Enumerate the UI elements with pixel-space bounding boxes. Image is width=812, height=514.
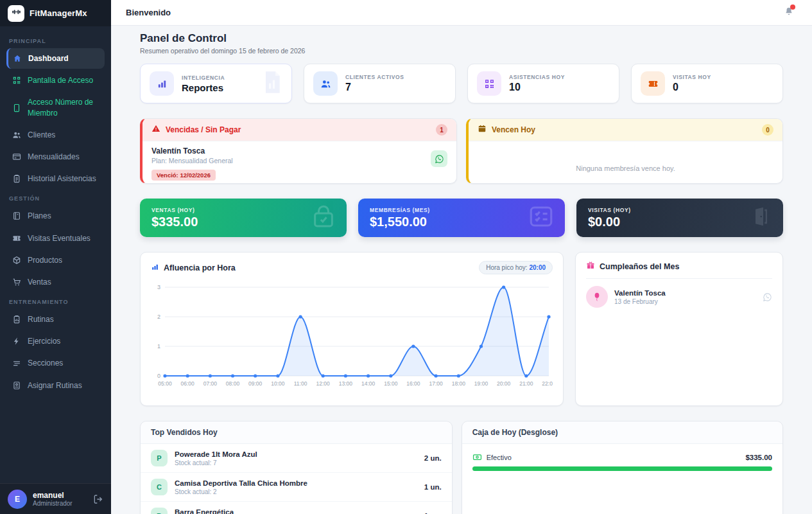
stat-card-clientes-activos[interactable]: CLIENTES ACTIVOS 7 bbox=[304, 64, 456, 103]
expired-date-badge: Venció: 12/02/2026 bbox=[151, 170, 216, 181]
kpi-visitas-hoy[interactable]: VISITAS (HOY) $0.00 bbox=[576, 199, 783, 237]
overdue-member-row: Valentín Tosca Plan: Mensualidad General… bbox=[143, 141, 456, 184]
product-row: B Barra Energética Stock actual: 15 1 un… bbox=[141, 502, 452, 514]
svg-text:15:00: 15:00 bbox=[384, 380, 398, 387]
cart-icon bbox=[12, 278, 21, 287]
product-initial-badge: B bbox=[151, 508, 168, 514]
dumbbell-icon bbox=[12, 7, 21, 19]
home-icon bbox=[13, 54, 22, 63]
notebook-icon bbox=[12, 211, 21, 220]
product-row: C Camisa Deportiva Talla Chica Hombre St… bbox=[141, 473, 452, 502]
birthday-date: 13 de February bbox=[614, 298, 666, 305]
sidebar-item-pantalla-de-acceso[interactable]: Pantalla de Acceso bbox=[6, 70, 105, 91]
list-icon bbox=[12, 359, 21, 368]
ticket-icon bbox=[641, 71, 665, 96]
svg-text:09:00: 09:00 bbox=[248, 380, 263, 387]
sidebar-item-asignar-rutinas[interactable]: Asignar Rutinas bbox=[6, 375, 105, 396]
box-icon bbox=[12, 256, 21, 265]
sidebar-item-ventas[interactable]: Ventas bbox=[6, 272, 105, 292]
sidebar-item-visitas-eventuales[interactable]: Visitas Eventuales bbox=[6, 228, 105, 249]
due-today-count-badge: 0 bbox=[762, 124, 773, 136]
bar-chart-icon bbox=[151, 262, 159, 274]
sidebar-item-rutinas[interactable]: Rutinas bbox=[6, 309, 105, 330]
svg-text:22:00: 22:00 bbox=[542, 380, 553, 387]
stat-card-visitas-hoy[interactable]: VISITAS HOY 0 bbox=[631, 64, 783, 103]
nav-section-principal: PRINCIPAL bbox=[9, 38, 102, 44]
chart-title: Afluencia por Hora bbox=[164, 263, 236, 272]
svg-text:3: 3 bbox=[157, 284, 160, 290]
sidebar-item-historial-asistencias[interactable]: Historial Asistencias bbox=[6, 168, 105, 189]
kpi-row: VENTAS (HOY) $335.00 MEMBRESÍAS (MES) $1… bbox=[140, 199, 783, 237]
bolt-icon bbox=[12, 337, 21, 346]
svg-text:16:00: 16:00 bbox=[406, 380, 420, 387]
due-today-empty-message: Ninguna membresía vence hoy. bbox=[478, 146, 773, 172]
assign-routine-icon bbox=[12, 381, 21, 390]
birthday-list-item: Valentín Tosca 13 de February bbox=[586, 279, 772, 315]
peak-hour-badge: Hora pico hoy: 20:00 bbox=[479, 261, 553, 274]
door-icon bbox=[750, 202, 773, 233]
whatsapp-icon[interactable] bbox=[763, 292, 772, 302]
sidebar-item-planes[interactable]: Planes bbox=[6, 206, 105, 226]
cash-progress-bar bbox=[472, 466, 772, 471]
clipboard-chart-icon bbox=[12, 315, 21, 324]
cash-title: Caja de Hoy (Desglose) bbox=[462, 421, 782, 444]
svg-text:13:00: 13:00 bbox=[339, 380, 353, 387]
svg-text:10:00: 10:00 bbox=[271, 380, 285, 387]
notification-dot bbox=[790, 4, 795, 10]
afluencia-line-chart: 012305:0006:0007:0008:0009:0010:0011:001… bbox=[151, 279, 553, 390]
page-title: Panel de Control bbox=[140, 32, 783, 45]
user-avatar: E bbox=[8, 490, 27, 509]
cash-icon bbox=[472, 452, 482, 462]
cash-breakdown-card: Caja de Hoy (Desglose) Efectivo $335.00 bbox=[462, 421, 783, 514]
product-initial-badge: P bbox=[151, 450, 168, 466]
svg-text:19:00: 19:00 bbox=[474, 380, 488, 387]
svg-text:21:00: 21:00 bbox=[519, 380, 533, 387]
overdue-card: Vencidas / Sin Pagar 1 Valentín Tosca Pl… bbox=[140, 118, 457, 184]
gift-icon bbox=[586, 261, 595, 272]
sidebar-item-productos[interactable]: Productos bbox=[6, 250, 105, 270]
svg-text:05:00: 05:00 bbox=[158, 380, 172, 387]
whatsapp-button[interactable] bbox=[431, 150, 447, 167]
calendar-icon bbox=[478, 124, 487, 136]
kpi-ventas-hoy[interactable]: VENTAS (HOY) $335.00 bbox=[140, 199, 347, 237]
chart-row: Afluencia por Hora Hora pico hoy: 20:00 … bbox=[140, 252, 783, 406]
top-sold-card: Top Vendidos Hoy P Powerade 1lt Mora Azu… bbox=[140, 421, 453, 514]
clipboard-icon bbox=[12, 174, 21, 183]
stat-card-asistencias-hoy[interactable]: ASISTENCIAS HOY 10 bbox=[467, 64, 619, 103]
qr-code-icon bbox=[477, 71, 501, 96]
logout-icon[interactable] bbox=[93, 494, 103, 504]
birthdays-title: Cumpleaños del Mes bbox=[600, 262, 679, 271]
app-logo bbox=[8, 5, 24, 22]
qr-scan-icon bbox=[12, 76, 21, 85]
stats-row: INTELIGENCIA Reportes CLIENTES ACTIVOS 7… bbox=[140, 64, 783, 103]
topbar: Bienvenido bbox=[111, 0, 812, 26]
birthdays-card: Cumpleaños del Mes Valentín Tosca 13 de … bbox=[575, 252, 783, 406]
sidebar-item-acceso-numero-miembro[interactable]: Acceso Número de Miembro bbox=[6, 92, 105, 123]
svg-text:0: 0 bbox=[157, 373, 160, 379]
sidebar: FitManagerMx PRINCIPAL Dashboard Pantall… bbox=[0, 0, 111, 514]
sidebar-item-clientes[interactable]: Clientes bbox=[6, 125, 105, 145]
brand-name: FitManagerMx bbox=[30, 8, 87, 18]
main-content: Panel de Control Resumen operativo del d… bbox=[111, 26, 812, 514]
kpi-membresias-mes[interactable]: MEMBRESÍAS (MES) $1,550.00 bbox=[358, 199, 565, 237]
warning-icon bbox=[151, 124, 160, 136]
bottom-row: Top Vendidos Hoy P Powerade 1lt Mora Azu… bbox=[140, 421, 783, 514]
product-initial-badge: C bbox=[151, 479, 168, 495]
svg-text:18:00: 18:00 bbox=[452, 380, 466, 387]
user-name: emanuel bbox=[33, 491, 73, 500]
overdue-header: Vencidas / Sin Pagar 1 bbox=[143, 119, 456, 141]
afluencia-card: Afluencia por Hora Hora pico hoy: 20:00 … bbox=[140, 252, 564, 406]
notifications-button[interactable] bbox=[784, 6, 794, 19]
sidebar-item-secciones[interactable]: Secciones bbox=[6, 353, 105, 373]
birthday-member-name: Valentín Tosca bbox=[614, 289, 666, 297]
svg-text:07:00: 07:00 bbox=[203, 380, 218, 387]
bar-chart-icon bbox=[150, 71, 174, 96]
svg-text:17:00: 17:00 bbox=[429, 380, 443, 387]
sidebar-item-ejercicios[interactable]: Ejercicios bbox=[6, 331, 105, 351]
sidebar-item-dashboard[interactable]: Dashboard bbox=[6, 48, 105, 69]
user-role: Administrador bbox=[33, 500, 73, 507]
shopping-bag-icon bbox=[311, 202, 336, 233]
nav-section-gestion: GESTIÓN bbox=[9, 195, 102, 202]
sidebar-item-mensualidades[interactable]: Mensualidades bbox=[6, 146, 105, 167]
stat-card-reportes[interactable]: INTELIGENCIA Reportes bbox=[140, 64, 292, 103]
